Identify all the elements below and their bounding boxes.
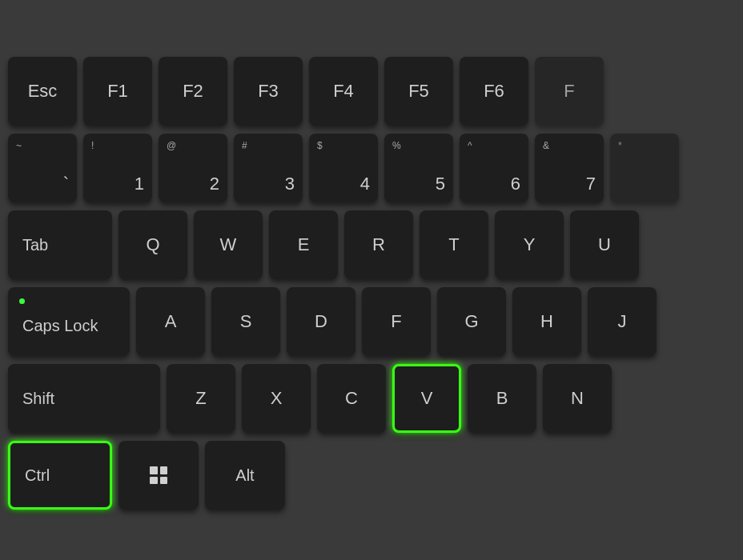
key-f1-label: F1 (107, 81, 128, 102)
key-ctrl[interactable]: Ctrl (8, 441, 112, 510)
key-4[interactable]: $ 4 (309, 134, 378, 202)
key-q[interactable]: Q (118, 210, 187, 279)
zxcv-row: Shift Z X C V B N (8, 364, 735, 433)
key-u[interactable]: U (570, 210, 639, 279)
key-c[interactable]: C (317, 364, 386, 433)
key-7-top: & (543, 140, 549, 151)
key-4-top: $ (317, 140, 323, 151)
key-y[interactable]: Y (495, 210, 564, 279)
key-r-label: R (372, 234, 385, 255)
key-x[interactable]: X (242, 364, 311, 433)
key-f5-label: F5 (408, 81, 429, 102)
key-esc[interactable]: Esc (8, 57, 77, 126)
key-w-label: W (220, 234, 237, 255)
key-r[interactable]: R (344, 210, 413, 279)
key-6-bottom: 6 (511, 174, 520, 194)
key-alt[interactable]: Alt (205, 441, 285, 510)
key-s-label: S (240, 311, 252, 332)
key-g-label: G (464, 311, 478, 332)
key-2[interactable]: @ 2 (159, 134, 227, 202)
key-b-label: B (496, 388, 508, 409)
key-7[interactable]: & 7 (535, 134, 604, 202)
key-f3[interactable]: F3 (234, 57, 303, 126)
key-d[interactable]: D (287, 287, 355, 356)
key-alt-label: Alt (235, 466, 254, 485)
key-1-bottom: 1 (135, 174, 144, 194)
key-z[interactable]: Z (167, 364, 235, 433)
key-f[interactable]: F (362, 287, 431, 356)
caps-lock-indicator (19, 298, 25, 304)
key-2-bottom: 2 (210, 174, 219, 194)
key-2-top: @ (167, 140, 176, 151)
key-c-label: C (345, 388, 358, 409)
key-f3-label: F3 (258, 81, 279, 102)
key-h-label: H (540, 311, 553, 332)
key-e[interactable]: E (269, 210, 338, 279)
function-row: Esc F1 F2 F3 F4 F5 F6 F (8, 57, 735, 126)
key-7-bottom: 7 (586, 174, 596, 194)
asdf-row: Caps Lock A S D F G H J (8, 287, 735, 356)
key-f6-label: F6 (484, 81, 504, 102)
key-f2[interactable]: F2 (159, 57, 227, 126)
key-5-top: % (392, 140, 401, 151)
key-6-top: ^ (468, 140, 472, 151)
key-f7-label: F (564, 81, 574, 102)
key-a[interactable]: A (136, 287, 205, 356)
key-v[interactable]: V (392, 364, 461, 433)
key-e-label: E (298, 234, 310, 255)
key-n-label: N (571, 388, 584, 409)
qwerty-row: Tab Q W E R T Y U (8, 210, 735, 279)
key-a-label: A (165, 311, 177, 332)
key-backtick-top: ~ (16, 140, 22, 151)
windows-logo-icon (150, 466, 167, 484)
key-3-top: # (242, 140, 247, 151)
key-j[interactable]: J (588, 287, 657, 356)
key-caps-lock[interactable]: Caps Lock (8, 287, 130, 356)
key-t[interactable]: T (420, 210, 488, 279)
key-3-bottom: 3 (285, 174, 295, 194)
key-esc-label: Esc (28, 81, 58, 102)
key-backtick[interactable]: ~ ` (8, 134, 77, 202)
key-h[interactable]: H (512, 287, 581, 356)
key-q-label: Q (146, 234, 159, 255)
key-tab-label: Tab (22, 236, 48, 254)
key-f-label: F (391, 311, 401, 332)
key-shift[interactable]: Shift (8, 364, 160, 433)
key-caps-label: Caps Lock (22, 317, 98, 335)
key-shift-label: Shift (22, 390, 54, 408)
key-f5[interactable]: F5 (384, 57, 453, 126)
key-d-label: D (315, 311, 327, 332)
key-ctrl-label: Ctrl (25, 466, 50, 485)
key-backtick-bottom: ` (63, 174, 69, 194)
key-tab[interactable]: Tab (8, 210, 112, 279)
key-8-top: * (618, 140, 622, 151)
key-6[interactable]: ^ 6 (460, 134, 528, 202)
key-x-label: X (271, 388, 283, 409)
key-5[interactable]: % 5 (384, 134, 453, 202)
key-w[interactable]: W (194, 210, 263, 279)
key-4-bottom: 4 (360, 174, 370, 194)
key-8-partial[interactable]: * (610, 134, 679, 202)
keyboard: Esc F1 F2 F3 F4 F5 F6 F ~ ` ! 1 (0, 0, 743, 560)
key-1[interactable]: ! 1 (83, 134, 152, 202)
key-j-label: J (618, 311, 627, 332)
bottom-row: Ctrl Alt (8, 441, 735, 510)
key-u-label: U (598, 234, 611, 255)
key-f7-partial[interactable]: F (535, 57, 604, 126)
key-y-label: Y (524, 234, 536, 255)
key-z-label: Z (195, 388, 206, 409)
key-f1[interactable]: F1 (83, 57, 152, 126)
key-t-label: T (448, 234, 459, 255)
key-b[interactable]: B (468, 364, 536, 433)
key-n[interactable]: N (543, 364, 612, 433)
key-f4-label: F4 (333, 81, 354, 102)
key-v-label: V (421, 388, 433, 409)
key-win[interactable] (118, 441, 199, 510)
key-f6[interactable]: F6 (460, 57, 528, 126)
key-3[interactable]: # 3 (234, 134, 303, 202)
key-s[interactable]: S (211, 287, 280, 356)
key-5-bottom: 5 (436, 174, 445, 194)
key-f4[interactable]: F4 (309, 57, 378, 126)
key-g[interactable]: G (437, 287, 506, 356)
key-f2-label: F2 (183, 81, 203, 102)
